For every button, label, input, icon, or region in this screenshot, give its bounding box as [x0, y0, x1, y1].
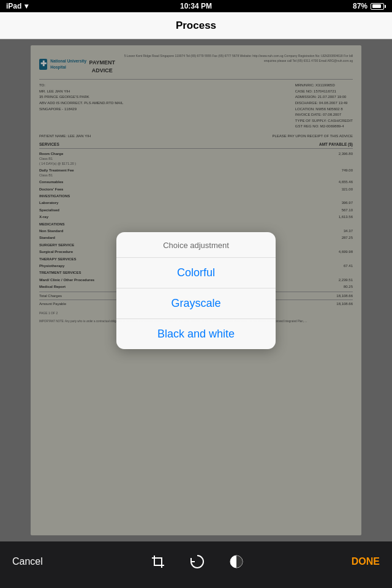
option-grayscale[interactable]: Grayscale [116, 288, 276, 319]
carrier-text: iPad [6, 2, 21, 10]
crop-tool-button[interactable] [151, 554, 165, 569]
bottom-toolbar: Cancel DONE [0, 541, 392, 588]
option-black-white[interactable]: Black and white [116, 319, 276, 349]
nav-bar: Process [0, 12, 392, 39]
action-sheet-title: Choice adjustment [116, 232, 276, 258]
document-area: ✚ National University Hospital PAYMENT A… [0, 39, 392, 541]
battery-percent: 87% [353, 2, 368, 10]
option-colorful[interactable]: Colorful [116, 258, 276, 288]
status-bar: iPad ▾ 10:34 PM 87% [0, 0, 392, 12]
status-time: 10:34 PM [180, 2, 212, 10]
modal-overlay: Choice adjustment Colorful Grayscale Bla… [0, 39, 392, 541]
toolbar-icons [151, 554, 244, 569]
rotate-tool-button[interactable] [190, 554, 205, 569]
battery-icon [371, 3, 386, 10]
cancel-button[interactable]: Cancel [12, 556, 43, 567]
action-sheet: Choice adjustment Colorful Grayscale Bla… [116, 232, 276, 349]
status-left: iPad ▾ [6, 2, 28, 10]
svg-rect-0 [154, 558, 162, 565]
status-right: 87% [353, 2, 386, 10]
contrast-tool-button[interactable] [229, 554, 244, 569]
done-button[interactable]: DONE [352, 556, 380, 567]
wifi-icon: ▾ [24, 2, 28, 10]
nav-title: Process [176, 20, 216, 32]
